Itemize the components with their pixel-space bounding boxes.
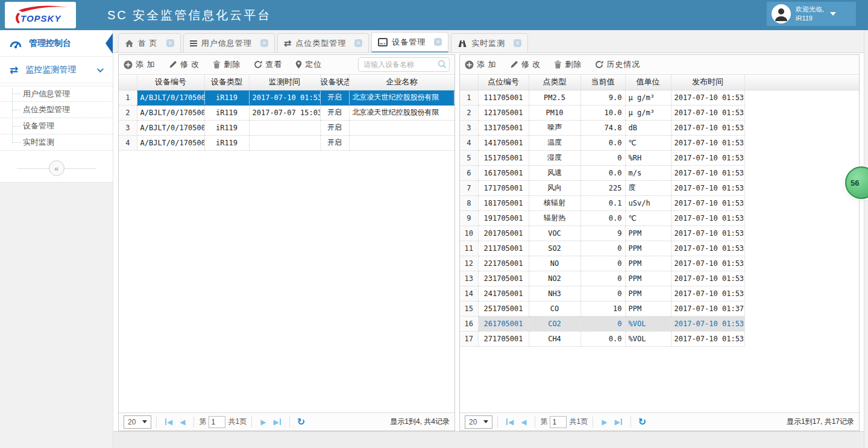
cell[interactable]: 161705001 — [478, 165, 529, 180]
cell[interactable]: 9 — [580, 226, 625, 241]
first-page-button[interactable] — [165, 418, 172, 426]
table-row[interactable]: 12221705001NO0PPM2017-07-10 01:53:21 — [460, 256, 859, 271]
chevron-down-icon[interactable] — [97, 65, 104, 72]
first-page-button[interactable] — [506, 418, 514, 426]
cell[interactable]: 0.0 — [580, 331, 625, 346]
close-tab-icon[interactable] — [354, 39, 362, 47]
cell[interactable]: 141705001 — [478, 135, 529, 150]
cell[interactable]: 2017-07-10 01:37:01 — [671, 301, 744, 316]
cell[interactable]: 2017-07-10 01:53:21 — [671, 165, 744, 180]
table-row[interactable]: 1A/BJLT/0/1705001iR1192017-07-10 01:53:2… — [119, 90, 454, 105]
cell[interactable]: 核辐射 — [529, 195, 580, 210]
cell[interactable]: 北京凌天世纪控股股份有限 — [349, 105, 454, 120]
edit-button[interactable]: 修 改 — [169, 59, 200, 70]
cell[interactable]: CO2 — [529, 316, 580, 331]
cell[interactable]: CH4 — [529, 331, 580, 346]
cell[interactable]: PPM — [625, 301, 671, 316]
table-row[interactable]: 7171705001风向225度2017-07-10 01:53:21 — [460, 180, 859, 195]
table-row[interactable]: 6161705001风速0.0m/s2017-07-10 01:53:21 — [460, 165, 859, 180]
cell[interactable]: μ g/m³ — [625, 90, 671, 105]
cell[interactable]: μ g/m³ — [625, 105, 671, 120]
cell[interactable]: 151705001 — [478, 150, 529, 165]
prev-page-button[interactable] — [180, 418, 185, 426]
cell[interactable]: 0.0 — [580, 165, 625, 180]
sidebar-item-realtime[interactable]: 实时监测 — [0, 134, 113, 151]
cell[interactable]: 0 — [580, 150, 625, 165]
cell[interactable] — [249, 120, 320, 135]
cell[interactable]: 2017-07-10 01:53:21 — [671, 256, 744, 271]
cell[interactable]: 开启 — [320, 120, 349, 135]
cell[interactable]: 241705001 — [478, 286, 529, 301]
cell[interactable]: A/BJLT/0/1705003 — [137, 120, 204, 135]
table-row[interactable]: 1111705001PM2.59.0μ g/m³2017-07-10 01:53… — [460, 90, 859, 105]
cell[interactable]: 2017-07-10 01:53:22 — [249, 90, 320, 105]
cell[interactable]: 231705001 — [478, 271, 529, 286]
cell[interactable]: 0.1 — [580, 195, 625, 210]
close-tab-icon[interactable] — [166, 39, 174, 47]
cell[interactable]: 2017-07-10 01:53:22 — [671, 135, 744, 150]
refresh-icon[interactable] — [297, 416, 305, 427]
cell[interactable]: VOC — [529, 226, 580, 241]
cell[interactable] — [349, 135, 454, 150]
cell[interactable] — [249, 135, 320, 150]
cell[interactable]: ℃ — [625, 210, 671, 226]
cell[interactable]: 2017-07-10 01:53:22 — [671, 316, 744, 331]
cell[interactable]: 111705001 — [478, 90, 529, 105]
table-row[interactable]: 11211705001SO20PPM2017-07-10 01:53:22 — [460, 241, 859, 256]
table-row[interactable]: 16261705001CO20%VOL2017-07-10 01:53:22 — [460, 316, 859, 331]
cell[interactable]: PPM — [625, 241, 671, 256]
cell[interactable]: %VOL — [625, 316, 671, 331]
column-header[interactable]: 设备状态 — [320, 75, 349, 90]
cell[interactable]: 131705001 — [478, 120, 529, 135]
history-button[interactable]: 历史情况 — [595, 59, 640, 70]
cell[interactable]: uSv/h — [625, 195, 671, 210]
cell[interactable]: %RH — [625, 150, 671, 165]
cell[interactable]: 181705001 — [478, 195, 529, 210]
cell[interactable]: 0.0 — [580, 135, 625, 150]
column-header[interactable]: 设备编号 — [137, 75, 204, 90]
cell[interactable]: 251705001 — [478, 301, 529, 316]
cell[interactable]: PPM — [625, 256, 671, 271]
cell[interactable]: 9.0 — [580, 90, 625, 105]
cell[interactable]: 开启 — [320, 135, 349, 150]
cell[interactable]: 噪声 — [529, 120, 580, 135]
cell[interactable]: 温度 — [529, 135, 580, 150]
table-row[interactable]: 8181705001核辐射0.1uSv/h2017-07-10 01:53:21 — [460, 195, 859, 210]
sidebar-item-point-type[interactable]: 点位类型管理 — [0, 102, 113, 118]
cell[interactable]: PM10 — [529, 105, 580, 120]
cell[interactable]: 0 — [580, 256, 625, 271]
column-header[interactable]: 发布时间 — [671, 75, 744, 90]
cell[interactable]: 261705001 — [478, 316, 529, 331]
close-tab-icon[interactable] — [514, 39, 521, 47]
edit-button[interactable]: 修 改 — [510, 59, 541, 70]
cell[interactable]: 10.0 — [580, 105, 625, 120]
user-menu[interactable]: 欢迎光临, iR119 — [767, 2, 856, 26]
cell[interactable]: 221705001 — [478, 256, 529, 271]
cell[interactable]: 2017-07-10 01:53:21 — [671, 286, 744, 301]
sidebar-item-monitoring[interactable]: 监控监测管理 — [0, 57, 113, 83]
sidebar-item-user-info[interactable]: 用户信息管理 — [0, 86, 113, 102]
column-header[interactable]: 值单位 — [625, 75, 671, 90]
last-page-button[interactable] — [614, 418, 621, 426]
column-header[interactable]: 企业名称 — [349, 75, 454, 90]
cell[interactable]: 201705001 — [478, 226, 529, 241]
page-size-select[interactable]: 20 — [124, 415, 151, 429]
cell[interactable]: NH3 — [529, 286, 580, 301]
cell[interactable]: iR119 — [204, 120, 249, 135]
cell[interactable]: 开启 — [320, 105, 349, 120]
cell[interactable]: 2017-07-10 01:53:22 — [671, 90, 744, 105]
sidebar-item-console[interactable]: 管理控制台 — [0, 30, 113, 57]
search-input[interactable] — [358, 57, 450, 72]
column-header[interactable]: 设备类型 — [204, 75, 249, 90]
delete-button[interactable]: 删除 — [554, 59, 582, 70]
table-row[interactable]: 4A/BJLT/0/1705004iR119开启 — [119, 135, 454, 150]
view-button[interactable]: 查看 — [254, 59, 282, 70]
column-header[interactable]: 监测时间 — [249, 75, 320, 90]
cell[interactable]: 2017-07-10 01:53:21 — [671, 105, 744, 120]
cell[interactable]: 0 — [580, 241, 625, 256]
table-row[interactable]: 9191705001辐射热0.0℃2017-07-10 01:53:21 — [460, 210, 859, 226]
cell[interactable]: iR119 — [204, 135, 249, 150]
cell[interactable]: 211705001 — [478, 241, 529, 256]
cell[interactable]: NO2 — [529, 271, 580, 286]
cell[interactable]: NO — [529, 256, 580, 271]
